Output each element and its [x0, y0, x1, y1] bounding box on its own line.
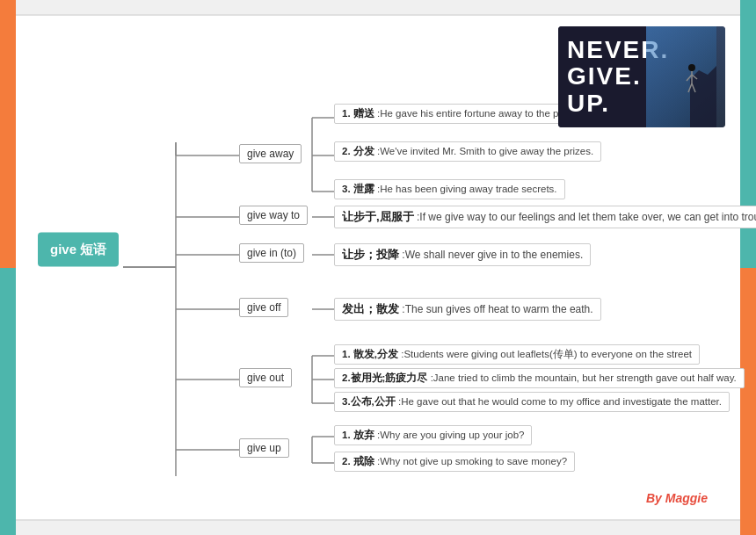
give-away-m2-en: :We've invited Mr. Smith to give away th… [377, 146, 593, 156]
give-away-m3: 3. 泄露 :He has been giving away trade sec… [334, 179, 565, 199]
give-up-m1-en: :Why are you giving up your job? [377, 430, 524, 440]
give-in-content: 让步；投降 :We shall never give in to the ene… [334, 243, 591, 266]
branch-give-up: give up [239, 438, 289, 458]
outer-frame: give 短语 give away 1. 赠送 :He gave his ent… [0, 0, 756, 535]
give-away-m1: 1. 赠送 :He gave his entire fortune away t… [334, 104, 590, 124]
deco-bottom [16, 519, 740, 535]
give-out-m1: 1. 散发,分发 :Students were giving out leafl… [334, 344, 700, 365]
deco-right [740, 0, 756, 535]
mindmap: give 短语 give away 1. 赠送 :He gave his ent… [22, 19, 734, 516]
give-out-m1-en: :Students were giving out leaflets(传单) t… [401, 349, 692, 359]
give-out-m2-zh: 2.被用光;筋疲力尽 [342, 372, 427, 383]
deco-left [0, 0, 16, 535]
give-up-m1-zh: 1. 放弃 [342, 430, 374, 440]
give-away-m1-zh: 1. 赠送 [342, 108, 374, 119]
give-away-m3-en: :He has been giving away trade secrets. [377, 184, 557, 194]
give-up-m1: 1. 放弃 :Why are you giving up your job? [334, 425, 532, 445]
give-in-zh: 让步；投降 [342, 248, 399, 261]
give-out-m3-en: :He gave out that he would come to my of… [398, 396, 722, 407]
give-away-m3-zh: 3. 泄露 [342, 184, 374, 194]
root-node: give 短语 [38, 233, 119, 267]
branch-give-in: give in (to) [239, 243, 304, 263]
give-off-zh: 发出；散发 [342, 302, 399, 315]
give-out-m2: 2.被用光;筋疲力尽 :Jane tried to climb the moun… [334, 368, 745, 388]
branch-give-away: give away [239, 144, 302, 163]
give-out-m1-zh: 1. 散发,分发 [342, 349, 398, 359]
branch-give-out: give out [239, 368, 292, 387]
give-way-to-zh: 让步于,屈服于 [342, 210, 414, 223]
deco-top [16, 0, 740, 16]
give-away-m2: 2. 分发 :We've invited Mr. Smith to give a… [334, 141, 601, 162]
give-off-en: :The sun gives off heat to warm the eath… [402, 303, 592, 315]
give-up-m2-en: :Why not give up smoking to save money? [377, 456, 567, 466]
give-out-m2-en: :Jane tried to climb the mountain, but h… [431, 372, 737, 383]
give-way-to-content: 让步于,屈服于 :If we give way to our feelings … [334, 206, 756, 228]
svg-point-25 [688, 64, 695, 71]
give-away-m1-en: :He gave his entire fortune away to the … [377, 108, 582, 119]
branch-give-way-to: give way to [239, 206, 308, 225]
give-out-m3: 3.公布,公开 :He gave out that he would come … [334, 392, 730, 412]
content-area: give 短语 give away 1. 赠送 :He gave his ent… [16, 16, 740, 519]
give-up-m2-zh: 2. 戒除 [342, 456, 374, 466]
branch-give-off: give off [239, 298, 288, 317]
give-away-m2-zh: 2. 分发 [342, 146, 374, 156]
give-out-m3-zh: 3.公布,公开 [342, 396, 396, 407]
give-way-to-en: :If we give way to our feelings and let … [417, 211, 756, 223]
never-give-up-image: NEVER. GIVE. UP. [558, 26, 725, 127]
give-off-content: 发出；散发 :The sun gives off heat to warm th… [334, 298, 601, 321]
give-up-m2: 2. 戒除 :Why not give up smoking to save m… [334, 452, 575, 472]
credit-text: By Maggie [646, 491, 708, 505]
give-in-en: :We shall never give in to the enemies. [402, 249, 583, 261]
